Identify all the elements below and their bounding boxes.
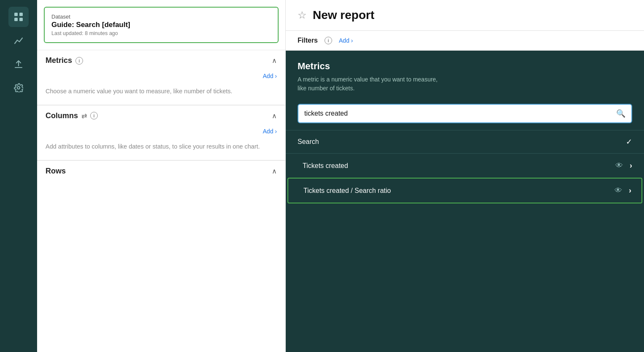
metrics-panel-desc: A metric is a numeric value that you wan… (298, 75, 632, 93)
columns-arrows-icon: ⇄ (81, 112, 87, 120)
search-chevron-down-icon: ✓ (626, 137, 632, 146)
columns-title-text: Columns (46, 111, 78, 120)
result-item-tickets-created-actions: 👁 › (615, 161, 632, 170)
filters-bar: Filters i Add › (286, 31, 644, 51)
columns-section-body: Add attributes to columns, like dates or… (37, 139, 285, 160)
sidebar (0, 0, 37, 352)
svg-rect-2 (14, 18, 18, 21)
svg-point-5 (17, 87, 20, 89)
search-section-label: Search (298, 138, 319, 146)
sidebar-icon-settings[interactable] (8, 78, 29, 98)
filters-info-icon[interactable]: i (325, 37, 332, 44)
sidebar-icon-upload[interactable] (8, 54, 29, 74)
arrow-right-tickets-created[interactable]: › (630, 161, 632, 170)
metrics-chevron-icon[interactable]: ∧ (272, 57, 277, 65)
sidebar-icon-chart[interactable] (8, 30, 29, 51)
metrics-dropdown-panel: Metrics A metric is a numeric value that… (286, 51, 644, 352)
search-magnifier-icon: 🔍 (616, 109, 625, 118)
metrics-panel-title: Metrics (298, 61, 632, 72)
rows-title: Rows (46, 167, 66, 176)
columns-title: Columns ⇄ i (46, 111, 98, 120)
search-box: 🔍 (298, 104, 632, 123)
rows-title-text: Rows (46, 167, 66, 176)
result-item-search-ratio-label: Tickets created / Search ratio (303, 187, 391, 195)
metrics-info-icon[interactable]: i (75, 57, 83, 65)
dataset-box[interactable]: Dataset Guide: Search [default] Last upd… (44, 7, 279, 43)
star-icon[interactable]: ☆ (298, 9, 307, 21)
right-panel: ☆ New report Filters i Add › Metrics A m… (286, 0, 644, 352)
metrics-panel-header: Metrics A metric is a numeric value that… (286, 51, 644, 97)
metrics-add-link[interactable]: Add › (37, 71, 285, 84)
result-item-tickets-created-label: Tickets created (303, 162, 348, 170)
svg-rect-1 (19, 13, 23, 16)
report-header: ☆ New report (286, 0, 644, 31)
dataset-updated: Last updated: 8 minutes ago (51, 30, 271, 36)
metrics-section-body: Choose a numeric value you want to measu… (37, 84, 285, 105)
search-box-wrapper: 🔍 (286, 97, 644, 130)
report-title: New report (313, 8, 374, 22)
columns-add-link[interactable]: Add › (37, 126, 285, 139)
result-item-search-ratio[interactable]: Tickets created / Search ratio 👁 › (287, 178, 642, 203)
metrics-title-text: Metrics (46, 56, 72, 65)
filters-add-link[interactable]: Add › (339, 37, 353, 44)
columns-info-icon[interactable]: i (90, 112, 98, 119)
columns-chevron-icon[interactable]: ∧ (272, 112, 277, 120)
result-item-search-ratio-actions: 👁 › (614, 186, 631, 195)
metrics-section-header: Metrics i ∧ (37, 50, 285, 71)
arrow-right-search-ratio[interactable]: › (629, 186, 631, 195)
rows-section-header[interactable]: Rows ∧ (37, 160, 285, 181)
metrics-title: Metrics i (46, 56, 83, 65)
result-item-tickets-created[interactable]: Tickets created 👁 › (286, 153, 644, 178)
rows-chevron-icon[interactable]: ∧ (272, 167, 277, 175)
svg-rect-3 (19, 18, 23, 21)
eye-icon-search-ratio[interactable]: 👁 (614, 186, 622, 195)
eye-icon-tickets-created[interactable]: 👁 (615, 161, 623, 170)
dataset-name: Guide: Search [default] (51, 21, 271, 29)
dataset-label: Dataset (51, 14, 271, 20)
filters-label: Filters (298, 37, 318, 44)
columns-section-header: Columns ⇄ i ∧ (37, 105, 285, 126)
search-input[interactable] (304, 110, 612, 117)
search-dropdown-section[interactable]: Search ✓ (286, 130, 644, 153)
svg-rect-0 (14, 13, 18, 16)
sidebar-icon-grid[interactable] (8, 7, 29, 27)
left-panel: Dataset Guide: Search [default] Last upd… (37, 0, 286, 352)
